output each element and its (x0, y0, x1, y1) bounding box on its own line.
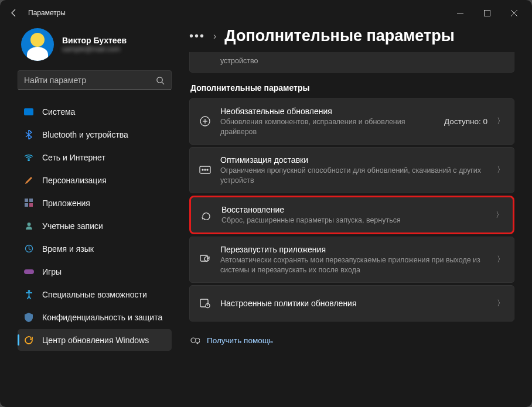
card-configured-policies[interactable]: Настроенные политики обновления 〉 (189, 285, 514, 322)
clock-globe-icon (23, 244, 34, 254)
stub-text: устройство (220, 57, 258, 65)
svg-point-25 (191, 338, 196, 343)
card-subtitle: Сброс, расширенные параметры запуска, ве… (221, 216, 490, 225)
search-box[interactable] (18, 70, 172, 90)
card-title: Оптимизация доставки (220, 155, 491, 165)
recovery-icon (199, 208, 213, 222)
nav-label: Персонализация (42, 176, 107, 185)
chevron-right-icon: 〉 (497, 254, 504, 265)
gamepad-icon (23, 266, 34, 277)
nav-personalization[interactable]: Персонализация (18, 169, 172, 191)
svg-rect-10 (29, 203, 33, 207)
nav-accessibility[interactable]: Специальные возможности (18, 283, 172, 305)
section-header: Дополнительные параметры (190, 83, 514, 93)
nav-label: Время и язык (42, 244, 94, 254)
svg-point-4 (156, 77, 162, 82)
nav-time-language[interactable]: Время и язык (18, 238, 172, 259)
nav-list: Система Bluetooth и устройства Сеть и Ин… (18, 101, 172, 351)
svg-point-26 (196, 343, 198, 344)
paintbrush-icon (23, 175, 34, 186)
svg-point-21 (207, 169, 208, 170)
svg-rect-9 (25, 203, 28, 207)
nav-label: Учетные записи (42, 221, 103, 231)
plus-circle-icon (198, 114, 212, 128)
maximize-button[interactable] (473, 4, 500, 22)
person-icon (23, 221, 34, 231)
svg-rect-13 (24, 269, 34, 274)
nav-apps[interactable]: Приложения (18, 192, 172, 214)
nav-label: Игры (42, 267, 62, 276)
bluetooth-icon (23, 129, 34, 140)
chevron-right-icon: 〉 (497, 165, 504, 175)
nav-label: Bluetooth и устройства (42, 130, 128, 139)
display-icon (23, 107, 34, 117)
shield-icon (23, 312, 34, 323)
truncated-card[interactable]: устройство (189, 52, 514, 73)
card-title: Настроенные политики обновления (220, 298, 491, 309)
profile-name: Виктор Бухтеев (62, 36, 127, 45)
update-icon (23, 335, 34, 346)
nav-system[interactable]: Система (18, 101, 172, 122)
card-title: Необязательные обновления (220, 106, 438, 117)
nav-label: Система (42, 107, 75, 117)
card-subtitle: Автоматически сохранять мои перезапускае… (220, 255, 491, 275)
card-restart-apps[interactable]: Перезапустить приложения Автоматически с… (189, 237, 514, 283)
back-button[interactable] (5, 4, 23, 22)
card-title: Восстановление (221, 204, 490, 215)
get-help-link[interactable]: Получить помощь (189, 336, 514, 346)
page-title: Дополнительные параметры (224, 27, 454, 45)
chevron-right-icon: 〉 (497, 116, 504, 126)
close-button[interactable] (500, 4, 527, 22)
card-optional-updates[interactable]: Необязательные обновления Обновления ком… (189, 98, 514, 145)
nav-label: Специальные возможности (42, 290, 147, 299)
card-recovery[interactable]: Восстановление Сброс, расширенные параме… (189, 196, 514, 234)
accessibility-icon (23, 289, 34, 300)
nav-windows-update[interactable]: Центр обновления Windows (18, 329, 172, 351)
chevron-right-icon: › (213, 31, 216, 42)
breadcrumb-ellipsis[interactable]: ••• (189, 29, 205, 43)
main-content: ••• › Дополнительные параметры устройств… (179, 26, 532, 407)
settings-window: Параметры Виктор Бухтеев sample@mail.com… (0, 0, 532, 407)
nav-bluetooth[interactable]: Bluetooth и устройства (18, 124, 172, 145)
nav-label: Сеть и Интернет (42, 153, 105, 162)
avatar (21, 28, 54, 61)
profile-email: sample@mail.com (62, 45, 127, 53)
restart-apps-icon (198, 252, 212, 266)
svg-point-14 (28, 290, 30, 292)
wifi-icon (23, 152, 34, 163)
apps-icon (23, 198, 34, 208)
svg-rect-8 (29, 199, 33, 202)
nav-privacy[interactable]: Конфиденциальность и защита (18, 306, 172, 328)
policies-icon (198, 296, 212, 310)
search-icon (155, 75, 165, 85)
help-label: Получить помощь (207, 336, 273, 345)
nav-gaming[interactable]: Игры (18, 261, 172, 282)
svg-point-11 (27, 223, 30, 226)
profile-block[interactable]: Виктор Бухтеев sample@mail.com (21, 28, 172, 61)
speedometer-icon (198, 163, 212, 177)
help-icon (189, 336, 200, 346)
chevron-right-icon: 〉 (497, 298, 504, 309)
card-subtitle: Обновления компонентов, исправления и об… (220, 117, 438, 137)
chevron-right-icon: 〉 (496, 210, 503, 220)
svg-rect-1 (484, 10, 490, 16)
card-subtitle: Ограничения пропускной способности для о… (220, 166, 491, 186)
sidebar: Виктор Бухтеев sample@mail.com Система B… (0, 26, 179, 407)
card-value: Доступно: 0 (444, 117, 487, 126)
nav-label: Центр обновления Windows (42, 336, 149, 345)
svg-rect-7 (25, 199, 28, 202)
minimize-button[interactable] (446, 4, 473, 22)
card-delivery-optimization[interactable]: Оптимизация доставки Ограничения пропуск… (189, 147, 514, 193)
window-title: Параметры (28, 9, 66, 17)
nav-label: Конфиденциальность и защита (42, 313, 162, 322)
card-title: Перезапустить приложения (220, 244, 491, 255)
nav-label: Приложения (42, 199, 90, 208)
breadcrumb: ••• › Дополнительные параметры (189, 27, 514, 45)
svg-point-19 (202, 169, 203, 170)
nav-accounts[interactable]: Учетные записи (18, 215, 172, 237)
svg-point-6 (28, 160, 29, 161)
svg-point-20 (204, 169, 206, 170)
titlebar: Параметры (0, 0, 532, 26)
nav-network[interactable]: Сеть и Интернет (18, 146, 172, 168)
search-input[interactable] (24, 76, 155, 85)
